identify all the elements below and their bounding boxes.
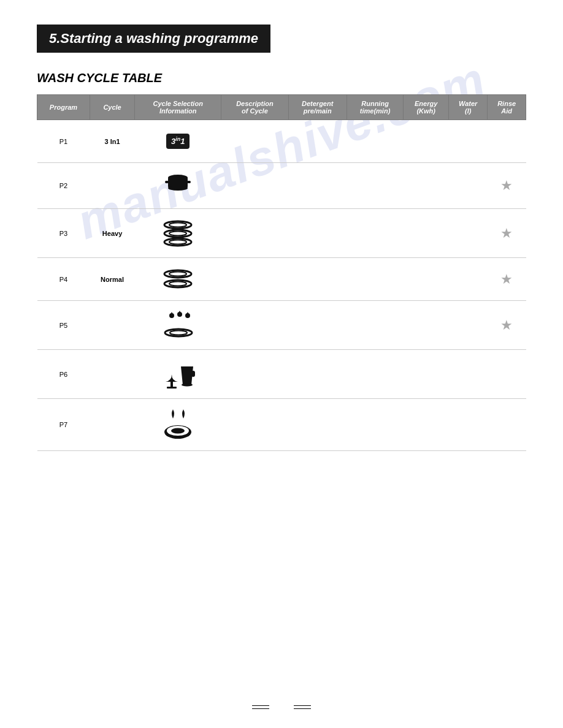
col-cycle: Cycle	[90, 95, 134, 120]
program-num: P7	[37, 399, 90, 451]
rinse-aid-cell: ★	[488, 258, 526, 301]
program-num: P4	[37, 258, 90, 301]
col-running-time: Runningtime(min)	[347, 95, 403, 120]
droplets-plate-icon	[161, 308, 195, 342]
svg-point-2	[168, 186, 188, 191]
table-row: P2 ★	[37, 163, 526, 209]
col-energy-cell	[404, 163, 449, 209]
droplets-oval-icon	[161, 406, 195, 443]
col-water: Water(l)	[449, 95, 488, 120]
cycle-icon-cell	[135, 163, 221, 209]
star-icon: ★	[500, 317, 513, 333]
table-row: P6	[37, 350, 526, 399]
program-num: P2	[37, 163, 90, 209]
col-water-cell	[449, 399, 488, 451]
col-water-cell	[449, 350, 488, 399]
rinse-aid-cell	[488, 399, 526, 451]
col-energy-cell	[404, 399, 449, 451]
col-description-cell	[221, 301, 288, 350]
col-water-cell	[449, 163, 488, 209]
cycle-name: Heavy	[90, 209, 134, 258]
page-num-left: ——	[252, 700, 269, 710]
col-detergent-cell	[288, 399, 347, 451]
cycle-icon-cell	[135, 209, 221, 258]
table-row: P3Heavy ★	[37, 209, 526, 258]
col-description: Descriptionof Cycle	[221, 95, 288, 120]
table-row: P5 ★	[37, 301, 526, 350]
svg-point-25	[182, 384, 193, 387]
pot-icon	[163, 170, 193, 201]
cycle-name	[90, 399, 134, 451]
col-running-time-cell	[347, 209, 403, 258]
table-title: WASH CYCLE TABLE	[37, 71, 526, 85]
section-title: 5.Starting a washing programme	[49, 31, 258, 46]
svg-point-8	[169, 223, 186, 227]
col-description-cell	[221, 209, 288, 258]
table-row: P13 In13in1	[37, 120, 526, 163]
col-detergent-cell	[288, 120, 347, 163]
program-num: P6	[37, 350, 90, 399]
col-detergent-cell	[288, 301, 347, 350]
rinse-aid-cell: ★	[488, 163, 526, 209]
svg-point-28	[171, 428, 185, 434]
table-header-row: Program Cycle Cycle SelectionInformation…	[37, 95, 526, 120]
page-footer: —— ——	[37, 700, 526, 710]
cycle-name	[90, 163, 134, 209]
glass-cup-icon	[159, 357, 196, 391]
col-running-time-cell	[347, 163, 403, 209]
cycle-name	[90, 350, 134, 399]
cycle-icon-cell	[135, 350, 221, 399]
program-num: P5	[37, 301, 90, 350]
col-energy-cell	[404, 350, 449, 399]
rinse-aid-cell	[488, 350, 526, 399]
table-row: P7	[37, 399, 526, 451]
col-description-cell	[221, 163, 288, 209]
star-icon: ★	[500, 226, 513, 241]
svg-point-12	[169, 240, 186, 245]
col-description-cell	[221, 120, 288, 163]
col-program: Program	[37, 95, 90, 120]
col-energy-cell	[404, 209, 449, 258]
col-description-cell	[221, 399, 288, 451]
col-energy: Energy(Kwh)	[404, 95, 449, 120]
col-running-time-cell	[347, 301, 403, 350]
cycle-name: Normal	[90, 258, 134, 301]
rinse-aid-cell	[488, 120, 526, 163]
col-cycle-selection: Cycle SelectionInformation	[135, 95, 221, 120]
program-num: P1	[37, 120, 90, 163]
cycle-name	[90, 301, 134, 350]
col-detergent-cell	[288, 163, 347, 209]
col-description-cell	[221, 350, 288, 399]
col-energy-cell	[404, 120, 449, 163]
col-detergent-cell	[288, 350, 347, 399]
col-running-time-cell	[347, 258, 403, 301]
col-water-cell	[449, 209, 488, 258]
section-header: 5.Starting a washing programme	[37, 25, 270, 53]
wash-cycle-table: Program Cycle Cycle SelectionInformation…	[37, 94, 526, 451]
col-running-time-cell	[347, 120, 403, 163]
col-energy-cell	[404, 258, 449, 301]
svg-point-14	[169, 272, 186, 276]
col-water-cell	[449, 120, 488, 163]
cycle-name: 3 In1	[90, 120, 134, 163]
program-num: P3	[37, 209, 90, 258]
svg-rect-3	[165, 181, 169, 183]
svg-rect-22	[170, 382, 173, 387]
cycle-icon-cell	[135, 258, 221, 301]
col-water-cell	[449, 301, 488, 350]
svg-point-21	[170, 331, 187, 335]
cycle-icon-cell	[135, 301, 221, 350]
col-rinse-aid: RinseAid	[488, 95, 526, 120]
plates-normal-icon	[159, 265, 196, 293]
cycle-icon-cell: 3in1	[135, 120, 221, 163]
page-num-right: ——	[294, 700, 311, 710]
col-energy-cell	[404, 301, 449, 350]
plates-heavy-icon	[159, 216, 196, 250]
badge-3in1-icon: 3in1	[166, 134, 190, 148]
col-running-time-cell	[347, 350, 403, 399]
star-icon: ★	[500, 271, 513, 287]
col-detergent: Detergentpre/main	[288, 95, 347, 120]
col-water-cell	[449, 258, 488, 301]
svg-point-6	[176, 176, 180, 178]
col-detergent-cell	[288, 258, 347, 301]
